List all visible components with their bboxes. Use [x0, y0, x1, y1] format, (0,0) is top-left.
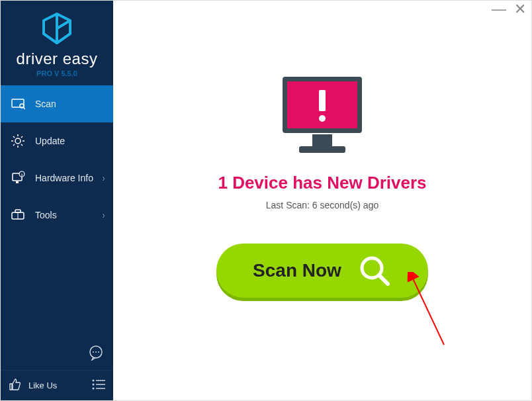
- magnifier-icon: [357, 253, 392, 288]
- svg-rect-0: [12, 99, 24, 107]
- titlebar-controls: — ✕: [492, 4, 526, 15]
- scan-icon: [10, 96, 26, 112]
- sidebar-item-label: Hardware Info: [35, 173, 93, 183]
- app-version: PRO V 5.5.0: [1, 69, 113, 77]
- tools-icon: [10, 207, 26, 223]
- like-us-label[interactable]: Like Us: [28, 380, 85, 390]
- scan-now-button[interactable]: Scan Now: [216, 244, 428, 298]
- svg-point-22: [98, 351, 99, 353]
- sidebar-item-label: Scan: [35, 99, 56, 109]
- minimize-button[interactable]: —: [492, 4, 506, 15]
- thumbs-up-icon[interactable]: [9, 378, 22, 394]
- svg-point-25: [93, 383, 95, 385]
- svg-rect-17: [15, 210, 21, 212]
- svg-rect-32: [299, 146, 345, 153]
- sidebar-item-label: Tools: [35, 210, 57, 220]
- sidebar-item-scan[interactable]: Scan: [1, 85, 113, 122]
- svg-point-3: [15, 138, 21, 144]
- gear-icon: [10, 133, 26, 149]
- sidebar-item-label: Update: [35, 136, 65, 146]
- svg-point-34: [319, 115, 326, 122]
- chevron-right-icon: ›: [102, 210, 105, 220]
- svg-point-20: [93, 351, 94, 353]
- svg-point-27: [93, 387, 95, 389]
- close-button[interactable]: ✕: [514, 4, 526, 15]
- sidebar: driver easy PRO V 5.5.0 Scan: [1, 1, 113, 400]
- svg-line-10: [13, 144, 15, 146]
- svg-line-8: [13, 136, 15, 138]
- app-name: driver easy: [1, 50, 113, 68]
- chevron-right-icon: ›: [102, 173, 105, 183]
- sidebar-item-update[interactable]: Update: [1, 122, 113, 159]
- sidebar-nav: Scan Update: [1, 85, 113, 370]
- menu-list-icon[interactable]: [92, 379, 105, 392]
- svg-rect-13: [16, 181, 19, 183]
- sidebar-item-hardware-info[interactable]: i Hardware Info ›: [1, 159, 113, 197]
- svg-line-9: [21, 144, 22, 146]
- sidebar-bottom: Like Us: [1, 370, 113, 400]
- svg-rect-33: [319, 90, 326, 111]
- last-scan-text: Last Scan: 6 second(s) ago: [266, 200, 378, 210]
- monitor-alert-icon: [273, 73, 372, 159]
- status-title: 1 Device has New Drivers: [218, 173, 426, 193]
- app-window: — ✕ driver easy PRO V 5.5.0 Scan: [0, 0, 532, 401]
- svg-point-23: [93, 379, 95, 381]
- feedback-button[interactable]: [88, 345, 104, 363]
- chat-bubble-icon: [88, 345, 104, 361]
- sidebar-item-tools[interactable]: Tools ›: [1, 197, 113, 234]
- svg-line-36: [379, 275, 388, 284]
- svg-line-11: [21, 136, 22, 138]
- svg-point-21: [95, 351, 97, 353]
- logo-block: driver easy PRO V 5.5.0: [1, 1, 113, 85]
- scan-button-label: Scan Now: [253, 260, 341, 281]
- svg-rect-31: [312, 134, 332, 146]
- main-panel: 1 Device has New Drivers Last Scan: 6 se…: [113, 1, 531, 400]
- svg-line-2: [23, 107, 25, 109]
- hardware-info-icon: i: [10, 170, 26, 186]
- app-logo-icon: [38, 13, 75, 44]
